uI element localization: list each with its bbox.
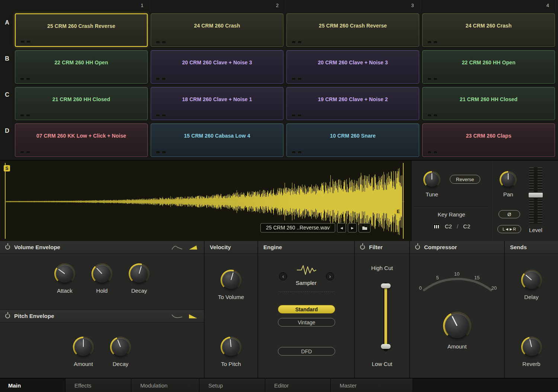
pad-cell-b3[interactable]: 20 CRM 260 Clave + Noise 3 [286, 50, 419, 84]
high-cut-handle[interactable] [381, 283, 391, 288]
velocity-header: Velocity [205, 241, 257, 254]
volume-envelope-body: Attack Hold Decay [0, 254, 204, 309]
envelope-shape-icons [171, 244, 199, 250]
volume-envelope-section: Volume Envelope Attack [0, 241, 204, 309]
cell-leds [20, 151, 30, 154]
sample-start-marker[interactable]: S [4, 165, 10, 171]
engine-next-button[interactable]: › [326, 272, 334, 280]
pad-cell-label: 07 CRM 260 KK Low + Click + Noise [36, 133, 126, 157]
phase-invert-button[interactable]: Ø [498, 210, 520, 218]
high-cut-label: High Cut [355, 265, 409, 271]
pitch-amount-knob[interactable] [73, 337, 94, 357]
velocity-title: Velocity [210, 244, 231, 250]
engine-dfd-button[interactable]: DFD [278, 347, 335, 356]
divider [491, 162, 492, 240]
tab-effects[interactable]: Effects [65, 379, 131, 392]
key-range-low[interactable]: C2 [445, 223, 452, 229]
to-volume-knob-unit: To Volume [205, 270, 257, 300]
power-icon[interactable] [360, 245, 365, 250]
power-icon[interactable] [5, 245, 10, 250]
sample-end-marker[interactable]: E [395, 208, 401, 215]
pad-cell-b1[interactable]: 22 CRM 260 HH Open [15, 50, 148, 84]
pad-cell-d2[interactable]: 15 CRM 260 Cabasa Low 4 [151, 123, 283, 157]
previous-sample-button[interactable]: ◀ [337, 223, 346, 232]
cell-leds [427, 78, 437, 80]
pitch-envelope-body: Amount Decay [0, 322, 204, 378]
low-cut-handle[interactable] [381, 344, 391, 349]
envelope-shape-fall-icon[interactable] [188, 313, 199, 319]
hold-knob[interactable] [92, 263, 112, 284]
cell-leds [427, 151, 437, 154]
to-volume-knob[interactable] [221, 270, 241, 290]
sample-controls-panel: Tune Reverse Key Range C2 / C2 Pan Ø L◄►… [411, 161, 558, 241]
pan-label: Pan [493, 191, 523, 197]
browse-folder-button[interactable] [359, 223, 371, 232]
power-icon[interactable] [415, 245, 420, 250]
pad-cell-label: 23 CRM 260 Claps [466, 133, 511, 157]
pad-cell-c3[interactable]: 19 CRM 260 Clave + Noise 2 [286, 87, 419, 121]
engine-mode-label[interactable]: Sampler [258, 280, 354, 286]
pitch-decay-knob[interactable] [110, 337, 131, 357]
power-icon[interactable] [5, 314, 10, 318]
decay-label: Decay [131, 287, 147, 294]
next-sample-button[interactable]: ▶ [348, 223, 357, 232]
reverb-send-knob[interactable] [521, 337, 542, 357]
compressor-amount-knob[interactable] [443, 312, 471, 340]
compressor-section: Compressor 0 5 10 15 20 Amount [409, 241, 504, 378]
pad-cell-c1[interactable]: 21 CRM 260 HH Closed [15, 87, 148, 121]
pitch-envelope-title: Pitch Envelope [14, 313, 54, 319]
pad-cell-b4[interactable]: 22 CRM 260 HH Open [422, 50, 555, 84]
pad-cell-label: 25 CRM 260 Crash Reverse [319, 23, 387, 46]
sends-section: Sends Delay Reverb [504, 241, 558, 378]
to-pitch-label: To Pitch [221, 361, 241, 367]
compressor-amount-label: Amount [448, 343, 467, 350]
sends-title: Sends [510, 244, 527, 250]
level-fader-handle[interactable] [529, 193, 543, 197]
level-fader[interactable] [529, 167, 542, 224]
pad-cell-c4[interactable]: 21 CRM 260 HH Closed [422, 87, 555, 121]
tab-modulation[interactable]: Modulation [131, 379, 199, 392]
sends-header: Sends [505, 241, 558, 254]
reverse-button[interactable]: Reverse [450, 175, 480, 184]
pad-cell-d3[interactable]: 10 CRM 260 Snare [286, 123, 419, 157]
pad-cell-a3[interactable]: 25 CRM 260 Crash Reverse [286, 13, 419, 47]
attack-knob[interactable] [54, 263, 75, 284]
pad-cell-d1[interactable]: 07 CRM 260 KK Low + Click + Noise [15, 123, 148, 157]
pad-cell-c2[interactable]: 18 CRM 260 Clave + Noise 1 [151, 87, 283, 121]
filter-body: High Cut Low Cut [355, 254, 409, 377]
cell-leds [20, 114, 30, 117]
key-range-high[interactable]: C2 [463, 223, 470, 229]
cell-leds [156, 114, 166, 117]
cell-leds [20, 41, 31, 43]
sample-file-name[interactable]: 25 CRM 260 ..Reverse.wav [260, 223, 335, 232]
tab-setup[interactable]: Setup [199, 379, 265, 392]
to-pitch-knob[interactable] [221, 337, 241, 357]
delay-send-knob-unit: Delay [505, 270, 558, 300]
pad-cell-d4[interactable]: 23 CRM 260 Claps [422, 123, 555, 157]
key-range-row: C2 / C2 [415, 223, 488, 229]
pad-grid: 1 2 3 4 A B C D 25 CRM 260 Crash Reverse… [0, 0, 558, 160]
attack-knob-unit: Attack [54, 263, 75, 294]
filter-section: Filter High Cut Low Cut [354, 241, 409, 378]
decay-knob[interactable] [129, 263, 150, 284]
level-label: Level [523, 227, 548, 233]
tab-editor[interactable]: Editor [265, 379, 330, 392]
stereo-swap-button[interactable]: L◄►R [497, 225, 521, 233]
pad-cell-a1[interactable]: 25 CRM 260 Crash Reverse [15, 13, 148, 47]
cell-leds [292, 41, 302, 44]
tab-master[interactable]: Master [330, 379, 413, 392]
engine-vintage-button[interactable]: Vintage [278, 318, 335, 327]
envelope-shape-ahd-icon[interactable] [171, 244, 183, 250]
pad-cell-a2[interactable]: 24 CRM 260 Crash [151, 13, 283, 47]
engine-prev-button[interactable]: ‹ [279, 272, 287, 280]
envelope-shape-ramp-icon[interactable] [188, 244, 199, 250]
tab-main[interactable]: Main [0, 379, 65, 392]
pad-cell-a4[interactable]: 24 CRM 260 Crash [422, 13, 555, 47]
tune-knob[interactable] [423, 171, 440, 188]
scale-tick-15: 15 [474, 275, 480, 280]
pan-knob[interactable] [500, 171, 517, 188]
envelope-shape-dip-icon[interactable] [171, 313, 183, 319]
delay-send-knob[interactable] [521, 270, 542, 290]
engine-standard-button[interactable]: Standard [278, 305, 335, 314]
pad-cell-b2[interactable]: 20 CRM 260 Clave + Noise 3 [151, 50, 283, 84]
